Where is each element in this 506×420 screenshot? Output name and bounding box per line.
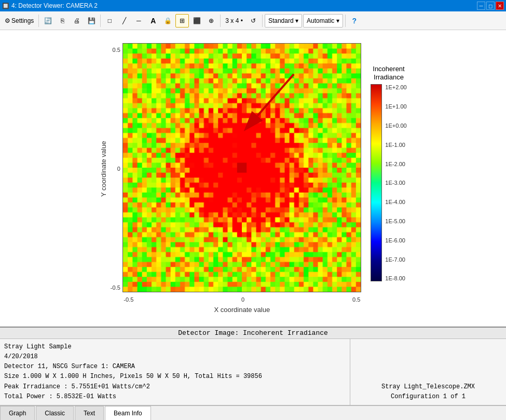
- info-right-line2: Configuration 1 of 1: [391, 392, 466, 402]
- save-button[interactable]: 💾: [85, 14, 98, 28]
- title-bar: 🔲 4: Detector Viewer: CAMERA 2 ─ ◻ ✕: [0, 0, 506, 11]
- sep-3: [220, 15, 221, 27]
- tab-text[interactable]: Text: [75, 406, 104, 420]
- main-content: Y coordinate value 0.5 0 -0.5: [0, 30, 506, 420]
- export-button[interactable]: ⬛: [190, 14, 203, 28]
- info-body: Stray Light Sample 4/20/2018 Detector 11…: [0, 339, 506, 405]
- tab-graph[interactable]: Graph: [0, 406, 35, 420]
- info-right: Stray Light_Telescope.ZMX Configuration …: [350, 339, 506, 405]
- grid-label-button[interactable]: 3 x 4 •: [223, 14, 245, 28]
- help-icon: ?: [352, 17, 357, 25]
- cb-tick-10: 1E-8.00: [385, 275, 406, 281]
- info-title: Detector Image: Incoherent Irradiance: [0, 328, 506, 339]
- app-icon: 🔲: [2, 3, 9, 9]
- refresh-icon: 🔄: [44, 17, 52, 24]
- colorbar-tick-labels: 1E+2.00 1E+1.00 1E+0.00 1E-1.00 1E-2.00 …: [385, 84, 406, 281]
- grid-button[interactable]: ⊞: [175, 14, 189, 28]
- y-axis-label: Y coordinate value: [100, 44, 107, 293]
- info-line-0: Stray Light Sample: [4, 342, 346, 352]
- draw-hline-icon: ─: [136, 17, 141, 24]
- draw-rect-button[interactable]: □: [103, 14, 116, 28]
- minimize-button[interactable]: ─: [477, 2, 485, 10]
- info-line-2: Detector 11, NSCG Surface 1: CAMERA: [4, 362, 346, 372]
- copy-icon: ⎘: [61, 17, 64, 24]
- help-button[interactable]: ?: [348, 14, 361, 28]
- x-axis-label: X coordinate value: [214, 306, 270, 314]
- cb-tick-2: 1E+0.00: [385, 123, 406, 129]
- standard-dropdown[interactable]: Standard ▾: [265, 14, 302, 28]
- layers-icon: ⊕: [209, 17, 214, 24]
- title-bar-controls[interactable]: ─ ◻ ✕: [477, 2, 504, 10]
- draw-rect-icon: □: [108, 17, 112, 24]
- sep-4: [262, 15, 263, 27]
- cb-tick-3: 1E-1.00: [385, 142, 406, 148]
- print-icon: 🖨: [74, 17, 80, 24]
- colorbar-gradient: [371, 84, 382, 281]
- cb-tick-5: 1E-3.00: [385, 180, 406, 186]
- plot-container: Y coordinate value 0.5 0 -0.5: [99, 43, 406, 314]
- tab-beam-info[interactable]: Beam Info: [105, 406, 151, 420]
- sep-2: [100, 15, 101, 27]
- settings-button[interactable]: ⚙ Settings: [2, 14, 36, 28]
- cb-tick-6: 1E-4.00: [385, 199, 406, 205]
- copy-button[interactable]: ⎘: [56, 14, 69, 28]
- x-tick-labels: -0.5 0 0.5: [122, 296, 361, 303]
- refresh-button[interactable]: 🔄: [41, 14, 54, 28]
- colorbar-row: 1E+2.00 1E+1.00 1E+0.00 1E-1.00 1E-2.00 …: [371, 84, 406, 281]
- lock-button[interactable]: 🔒: [161, 14, 174, 28]
- text-tool-button[interactable]: A: [146, 14, 160, 28]
- sep-5: [345, 15, 346, 27]
- info-line-4: Peak Irradiance : 5.7551E+01 Watts/cm^2: [4, 382, 346, 392]
- sep-1: [38, 15, 39, 27]
- info-right-line1: Stray Light_Telescope.ZMX: [381, 382, 475, 392]
- plot-row: 0.5 0 -0.5: [111, 43, 361, 294]
- colorbar-title: IncoherentIrradiance: [371, 65, 406, 83]
- cb-tick-7: 1E-5.00: [385, 218, 406, 224]
- window-title: 4: Detector Viewer: CAMERA 2: [11, 2, 98, 9]
- title-bar-left: 🔲 4: Detector Viewer: CAMERA 2: [2, 2, 98, 9]
- info-line-3: Size 1.000 W X 1.000 H Inches, Pixels 50…: [4, 372, 346, 382]
- draw-line-button[interactable]: ╱: [117, 14, 131, 28]
- lock-icon: 🔒: [164, 17, 172, 24]
- toolbar: ⚙ Settings 🔄 ⎘ 🖨 💾 □ ╱ ─ A 🔒 ⊞ ⬛ ⊕ 3 x 4…: [0, 11, 506, 30]
- cb-tick-1: 1E+1.00: [385, 103, 406, 110]
- cb-tick-0: 1E+2.00: [385, 84, 406, 90]
- plot-with-axes: Y coordinate value 0.5 0 -0.5: [99, 43, 361, 314]
- export-icon: ⬛: [193, 17, 201, 24]
- y-tick-4: -0.5: [111, 284, 120, 291]
- rotate-icon: ↺: [251, 17, 256, 24]
- draw-line-icon: ╱: [122, 17, 126, 24]
- grid-icon: ⊞: [180, 17, 185, 24]
- settings-icon: ⚙: [5, 17, 10, 24]
- info-line-5: Total Power : 5.8532E-01 Watts: [4, 392, 346, 402]
- automatic-label: Automatic ▾: [307, 17, 339, 24]
- cb-tick-4: 1E-2.00: [385, 161, 406, 167]
- text-tool-icon: A: [151, 17, 156, 25]
- save-icon: 💾: [88, 17, 95, 24]
- x-tick-4: 0.5: [352, 296, 360, 303]
- print-button[interactable]: 🖨: [70, 14, 84, 28]
- tab-classic[interactable]: Classic: [36, 406, 74, 420]
- cb-tick-9: 1E-7.00: [385, 256, 406, 263]
- close-button[interactable]: ✕: [496, 2, 504, 10]
- y-tick-labels: 0.5 0 -0.5: [111, 44, 120, 293]
- layers-button[interactable]: ⊕: [204, 14, 218, 28]
- standard-label: Standard ▾: [268, 17, 298, 24]
- draw-hline-button[interactable]: ─: [132, 14, 145, 28]
- automatic-dropdown[interactable]: Automatic ▾: [303, 14, 343, 28]
- x-tick-2: 0: [241, 296, 244, 303]
- heatmap-canvas: [122, 43, 361, 292]
- grid-label: 3 x 4 •: [225, 17, 243, 24]
- cb-tick-8: 1E-6.00: [385, 237, 406, 243]
- info-panel: Detector Image: Incoherent Irradiance St…: [0, 327, 506, 405]
- y-tick-2: 0: [111, 166, 120, 172]
- settings-label: Settings: [11, 17, 34, 24]
- tabs-bar: Graph Classic Text Beam Info: [0, 405, 506, 420]
- plot-area: Y coordinate value 0.5 0 -0.5: [0, 30, 506, 327]
- rotate-button[interactable]: ↺: [247, 14, 260, 28]
- y-tick-0: 0.5: [111, 47, 120, 53]
- heatmap-wrapper: [122, 43, 361, 294]
- x-tick-0: -0.5: [124, 296, 133, 303]
- restore-button[interactable]: ◻: [486, 2, 495, 10]
- colorbar-container: IncoherentIrradiance 1E+2.00 1E+1.00 1E+…: [371, 65, 406, 282]
